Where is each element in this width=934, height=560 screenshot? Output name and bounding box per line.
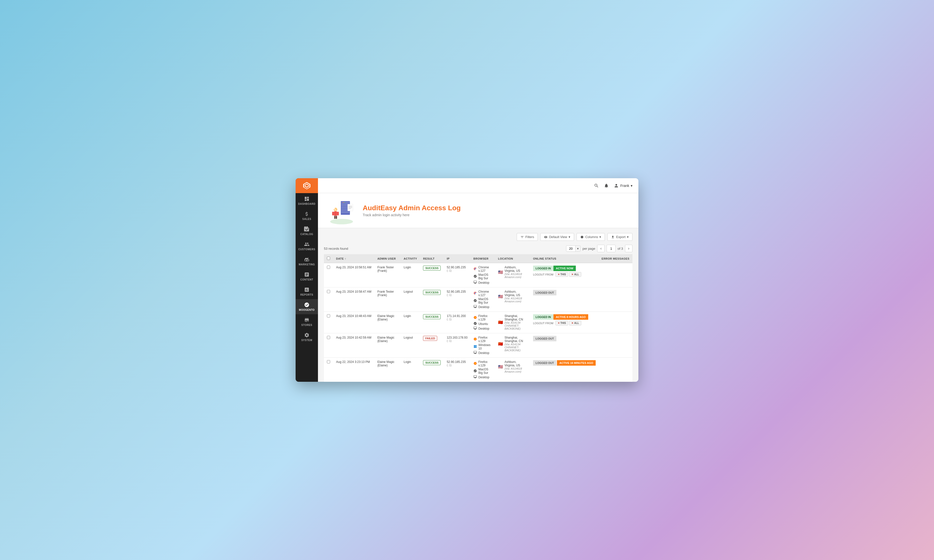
th-date[interactable]: DATE ↑ xyxy=(333,254,375,263)
svg-point-10 xyxy=(344,202,344,203)
table-row: Aug 23, 2024 10:58:47 AM Frank Tester (F… xyxy=(324,288,632,312)
sidebar-item-sales[interactable]: SALES xyxy=(296,208,318,223)
row-checkbox[interactable] xyxy=(327,360,330,363)
search-icon-btn[interactable] xyxy=(594,183,599,188)
columns-button[interactable]: Columns ▾ xyxy=(576,233,605,241)
per-page-input[interactable] xyxy=(566,246,575,251)
th-result: RESULT xyxy=(420,254,444,263)
svg-rect-16 xyxy=(334,216,336,219)
sidebar-label-marketing: MARKETING xyxy=(299,263,315,266)
desktop-icon xyxy=(473,326,477,331)
row-activity: Login xyxy=(401,312,420,333)
row-checkbox-cell[interactable] xyxy=(324,263,333,288)
browser-icon xyxy=(473,267,477,271)
country-flag: 🇺🇸 xyxy=(498,294,503,299)
sidebar-item-moogento[interactable]: MOOGENTO xyxy=(296,299,318,314)
sidebar-item-reports[interactable]: REPORTS xyxy=(296,284,318,299)
sidebar-item-dashboard[interactable]: DASHBOARD xyxy=(296,193,318,208)
row-checkbox-cell[interactable] xyxy=(324,333,333,358)
th-select-all[interactable] xyxy=(324,254,333,263)
row-browser: Firefox v.129 Ubuntu Desktop xyxy=(470,312,495,333)
os-icon xyxy=(473,345,477,349)
row-checkbox[interactable] xyxy=(327,336,330,339)
select-all-checkbox[interactable] xyxy=(327,257,330,260)
sidebar-label-stores: STORES xyxy=(301,324,312,326)
row-checkbox-cell[interactable] xyxy=(324,312,333,333)
filters-button[interactable]: Filters xyxy=(517,233,538,241)
prev-page-button[interactable]: ‹ xyxy=(597,245,605,252)
search-icon xyxy=(594,183,599,188)
row-activity: Login xyxy=(401,358,420,382)
browser-icon xyxy=(473,362,477,366)
country-flag: 🇺🇸 xyxy=(498,270,503,275)
country-flag: 🇨🇳 xyxy=(498,320,503,325)
row-admin-user: Frank Tester (Frank) xyxy=(375,263,401,288)
catalog-icon xyxy=(304,226,310,232)
row-ip: 171.14.91.200 (::1) xyxy=(444,312,470,333)
sidebar-item-marketing[interactable]: MARKETING xyxy=(296,254,318,269)
current-page-input[interactable] xyxy=(607,245,615,252)
th-activity: ACTIVITY xyxy=(401,254,420,263)
svg-rect-17 xyxy=(336,216,337,219)
sidebar-item-content[interactable]: CONTENT xyxy=(296,269,318,284)
svg-rect-13 xyxy=(334,211,337,216)
per-page-dropdown-arrow[interactable]: ▾ xyxy=(575,246,580,251)
sidebar-logo xyxy=(296,178,318,193)
row-checkbox[interactable] xyxy=(327,314,330,317)
row-checkbox[interactable] xyxy=(327,290,330,293)
row-error-messages xyxy=(599,333,632,358)
logout-all-button[interactable]: ✕ ALL xyxy=(569,272,581,277)
export-button[interactable]: Export ▾ xyxy=(607,233,632,241)
logout-this-button[interactable]: ✕ THIS xyxy=(555,272,568,277)
page-title-brand: AuditEasy xyxy=(363,204,397,212)
row-location: 🇨🇳 Shanghai, Shanghai, CN (Via: AS4134 C… xyxy=(495,312,530,333)
dashboard-icon xyxy=(304,196,310,202)
th-location: LOCATION xyxy=(495,254,530,263)
row-admin-user: Elaine Magic (Elaine) xyxy=(375,358,401,382)
sidebar-item-customers[interactable]: CUSTOMERS xyxy=(296,238,318,254)
sidebar-item-catalog[interactable]: CATALOG xyxy=(296,223,318,238)
svg-point-11 xyxy=(345,202,345,203)
row-location: 🇨🇳 Shanghai, Shanghai, CN (Via: AS4134 C… xyxy=(495,333,530,358)
browser-icon xyxy=(473,316,477,320)
next-page-button[interactable]: › xyxy=(625,245,632,252)
desktop-icon xyxy=(473,375,477,379)
main-content: Frank ▾ xyxy=(318,178,638,382)
row-error-messages xyxy=(599,358,632,382)
result-badge: SUCCESS xyxy=(423,360,441,365)
row-date: Aug 22, 2024 3:23:13 PM xyxy=(333,358,375,382)
row-admin-user: Elaine Magic (Elaine) xyxy=(375,333,401,358)
svg-point-9 xyxy=(342,202,343,203)
result-badge: SUCCESS xyxy=(423,314,441,319)
row-checkbox[interactable] xyxy=(327,266,330,269)
row-activity: Login xyxy=(401,263,420,288)
result-badge: FAILED xyxy=(423,336,437,341)
row-online-status: LOGGED IN ACTIVE 8 HOURS AGO LOGOUT FROM… xyxy=(530,312,599,333)
records-bar: 53 records found ▾ per page ‹ of 3 › xyxy=(324,245,632,252)
columns-arrow: ▾ xyxy=(600,235,601,239)
user-menu[interactable]: Frank ▾ xyxy=(614,183,632,188)
notifications-icon-btn[interactable] xyxy=(604,183,609,188)
page-subtitle: Track admin login activity here xyxy=(363,213,461,217)
svg-rect-8 xyxy=(341,212,350,213)
sidebar-label-moogento: MOOGENTO xyxy=(299,309,314,311)
result-badge: SUCCESS xyxy=(423,266,441,271)
table-row: Aug 23, 2024 10:42:59 AM Elaine Magic (E… xyxy=(324,333,632,358)
row-online-status: LOGGED OUT xyxy=(530,288,599,312)
sidebar-label-dashboard: DASHBOARD xyxy=(298,203,316,205)
svg-point-0 xyxy=(330,219,353,225)
per-page-selector[interactable]: ▾ xyxy=(566,246,581,252)
row-checkbox-cell[interactable] xyxy=(324,358,333,382)
logout-all-button[interactable]: ✕ ALL xyxy=(569,321,581,325)
row-checkbox-cell[interactable] xyxy=(324,288,333,312)
of-pages-label: of 3 xyxy=(618,247,623,251)
table-row: Aug 22, 2024 3:23:13 PM Elaine Magic (El… xyxy=(324,358,632,382)
row-browser: Chrome v.127 MacOS Big Sur Desktop xyxy=(470,288,495,312)
logout-this-button[interactable]: ✕ THIS xyxy=(555,321,568,325)
page-header: AuditEasy Admin Access Log Track admin l… xyxy=(318,193,638,228)
country-flag: 🇺🇸 xyxy=(498,365,503,369)
sidebar-item-stores[interactable]: STORES xyxy=(296,314,318,329)
default-view-button[interactable]: Default View ▾ xyxy=(540,233,574,241)
sidebar-item-system[interactable]: SYSTEM xyxy=(296,329,318,345)
row-location: 🇺🇸 Ashburn, Virginia, US (Via: AS14618 A… xyxy=(495,358,530,382)
